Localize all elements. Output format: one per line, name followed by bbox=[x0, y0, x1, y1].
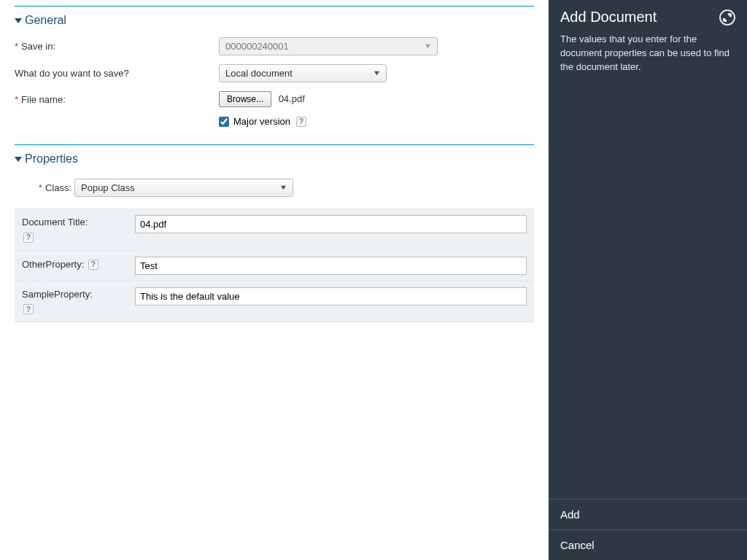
add-button[interactable]: Add bbox=[549, 499, 747, 529]
class-dropdown[interactable]: Popup Class bbox=[74, 179, 293, 197]
property-label: Document Title: bbox=[22, 217, 88, 228]
property-row: OtherProperty: ? bbox=[15, 251, 534, 281]
properties-table: Document Title: ? OtherProperty: ? Sam bbox=[15, 209, 534, 322]
selected-file-name: 04.pdf bbox=[279, 93, 305, 104]
caret-down-icon bbox=[374, 68, 380, 79]
main-form: General *Save in: 000000240001 What do y… bbox=[0, 0, 549, 560]
twistie-down-icon bbox=[15, 14, 22, 27]
what-save-label: What do you want to save? bbox=[15, 68, 219, 79]
svg-marker-2 bbox=[374, 71, 379, 75]
side-panel-title: Add Document bbox=[560, 9, 657, 26]
document-title-input[interactable] bbox=[135, 215, 527, 233]
sample-property-input[interactable] bbox=[135, 287, 527, 306]
svg-marker-4 bbox=[281, 186, 286, 190]
help-icon[interactable]: ? bbox=[23, 233, 34, 243]
save-in-label: *Save in: bbox=[15, 41, 219, 52]
twistie-down-icon bbox=[15, 152, 22, 166]
general-section-header[interactable]: General bbox=[15, 7, 534, 33]
save-in-value: 000000240001 bbox=[225, 41, 289, 52]
caret-down-icon bbox=[280, 182, 287, 193]
class-value: Popup Class bbox=[81, 182, 135, 193]
help-icon[interactable]: ? bbox=[88, 260, 98, 270]
other-property-input[interactable] bbox=[135, 257, 527, 275]
svg-marker-1 bbox=[425, 44, 430, 48]
major-version-checkbox[interactable] bbox=[219, 117, 229, 127]
svg-marker-3 bbox=[15, 157, 22, 162]
svg-marker-0 bbox=[15, 18, 22, 23]
save-in-dropdown[interactable]: 000000240001 bbox=[219, 37, 438, 55]
file-name-label: *File name: bbox=[15, 94, 219, 105]
property-row: Document Title: ? bbox=[15, 209, 534, 251]
major-version-label: Major version bbox=[233, 116, 290, 127]
collapse-button[interactable] bbox=[719, 9, 735, 26]
what-save-value: Local document bbox=[225, 68, 293, 79]
what-save-dropdown[interactable]: Local document bbox=[219, 64, 387, 82]
property-label: OtherProperty: bbox=[22, 258, 84, 269]
side-panel-description: The values that you enter for the docume… bbox=[560, 33, 735, 74]
collapse-icon bbox=[723, 13, 732, 22]
property-label: SampleProperty: bbox=[22, 289, 93, 300]
property-row: SampleProperty: ? bbox=[15, 281, 534, 323]
cancel-button[interactable]: Cancel bbox=[549, 529, 747, 560]
caret-down-icon bbox=[425, 41, 431, 52]
side-panel: p8admin▾ ≡▾ ? Junaid popup | TestRole ▾ … bbox=[549, 0, 747, 560]
class-label: *Class: bbox=[23, 182, 74, 193]
properties-section-header[interactable]: Properties bbox=[15, 145, 534, 171]
browse-button[interactable]: Browse... bbox=[219, 91, 271, 107]
help-icon[interactable]: ? bbox=[23, 304, 34, 314]
properties-title: Properties bbox=[25, 152, 78, 166]
help-icon[interactable]: ? bbox=[296, 117, 306, 127]
general-title: General bbox=[25, 14, 66, 27]
